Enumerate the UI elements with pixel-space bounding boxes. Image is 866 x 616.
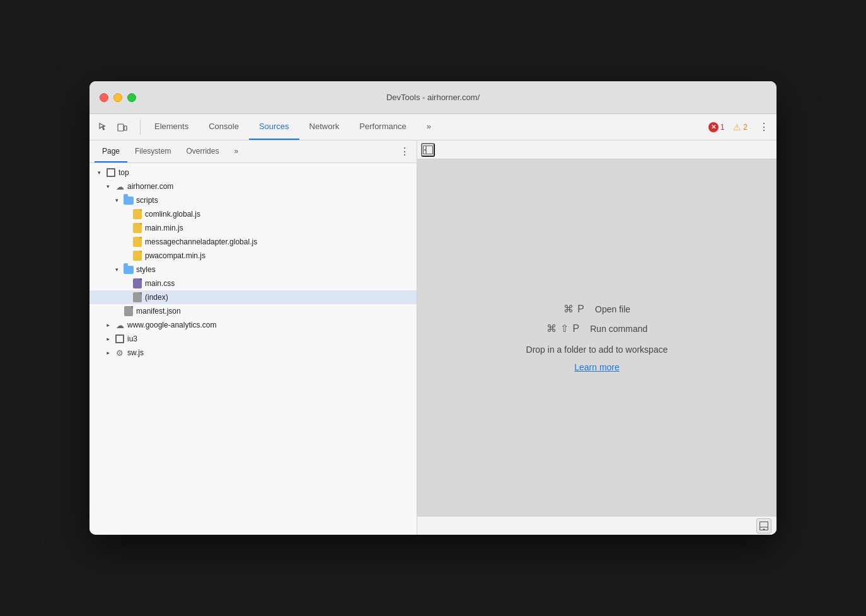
toolbar-menu-button[interactable]: ⋮ xyxy=(756,120,771,135)
js-file-icon xyxy=(132,251,142,261)
main-content-area: ⌘ P Open file ⌘ ⇧ P Run command Drop in … xyxy=(417,159,777,516)
tree-item-manifest[interactable]: ▾ manifest.json xyxy=(89,304,417,318)
arrow-icon: ▾ xyxy=(95,168,103,177)
svg-rect-0 xyxy=(118,124,124,131)
tree-item-index[interactable]: ▾ (index) xyxy=(89,290,417,304)
warning-badge[interactable]: ⚠ 2 xyxy=(733,122,748,132)
main-panel: ⌘ P Open file ⌘ ⇧ P Run command Drop in … xyxy=(417,140,777,535)
sidebar-tab-filesystem[interactable]: Filesystem xyxy=(127,140,178,163)
sidebar-tab-overrides[interactable]: Overrides xyxy=(178,140,226,163)
traffic-lights xyxy=(100,93,136,102)
tree-item-pwacompat[interactable]: ▾ pwacompat.min.js xyxy=(89,249,417,263)
tab-network[interactable]: Network xyxy=(299,114,350,140)
svg-rect-1 xyxy=(124,126,127,130)
minimize-button[interactable] xyxy=(113,93,122,102)
tree-item-iu3[interactable]: ▾ iu3 xyxy=(89,332,417,346)
open-file-shortcut: ⌘ P Open file xyxy=(563,303,630,315)
arrow-icon: ▾ xyxy=(112,196,121,205)
frame-icon xyxy=(106,168,116,178)
svg-marker-7 xyxy=(763,528,765,530)
tree-label: messagechanneladapter.global.js xyxy=(145,237,257,246)
tree-item-styles[interactable]: ▾ styles xyxy=(89,263,417,277)
sidebar: Page Filesystem Overrides » ⋮ ▾ xyxy=(89,140,417,535)
tree-label: iu3 xyxy=(127,334,137,343)
window-title: DevTools - airhorner.com/ xyxy=(386,93,480,102)
content-area: Page Filesystem Overrides » ⋮ ▾ xyxy=(89,140,777,535)
folder-icon xyxy=(124,265,134,275)
tree-label: top xyxy=(118,168,129,177)
arrow-icon: ▾ xyxy=(103,334,112,343)
toolbar-divider xyxy=(140,120,141,135)
devtools-window: DevTools - airhorner.com/ Elements C xyxy=(89,81,777,535)
sidebar-tab-more[interactable]: » xyxy=(226,140,246,163)
file-tree: ▾ top ▾ ☁ airhorner.com ▾ xyxy=(89,163,417,535)
drop-folder-text: Drop in a folder to add to workspace xyxy=(526,345,668,355)
run-command-label: Run command xyxy=(590,324,647,334)
tree-label: styles xyxy=(136,265,156,274)
open-file-keys: ⌘ P xyxy=(563,303,585,315)
gray-file-icon xyxy=(124,306,134,316)
tree-label: pwacompat.min.js xyxy=(145,251,205,260)
tab-performance[interactable]: Performance xyxy=(349,114,416,140)
bottom-bar xyxy=(417,516,777,535)
gear-icon: ⚙ xyxy=(115,348,125,358)
tree-label: airhorner.com xyxy=(127,182,173,191)
sidebar-tab-page[interactable]: Page xyxy=(95,140,127,163)
sidebar-menu-button[interactable]: ⋮ xyxy=(398,145,412,159)
maximize-button[interactable] xyxy=(127,93,136,102)
toolbar-tabs: Elements Console Sources Network Perform… xyxy=(144,114,708,140)
frame-icon xyxy=(115,334,125,344)
error-icon: ✕ xyxy=(708,122,719,132)
tree-label: main.css xyxy=(145,279,175,288)
svg-marker-4 xyxy=(424,149,425,151)
tree-label: comlink.global.js xyxy=(145,210,200,219)
cloud-icon: ☁ xyxy=(115,181,125,191)
drawer-toggle-button[interactable] xyxy=(756,518,771,533)
toolbar-icons xyxy=(95,118,131,136)
tree-item-airhorner[interactable]: ▾ ☁ airhorner.com xyxy=(89,180,417,193)
open-file-label: Open file xyxy=(595,304,630,314)
tree-label: manifest.json xyxy=(136,307,181,316)
cloud-icon: ☁ xyxy=(115,320,125,330)
device-toggle-icon[interactable] xyxy=(113,118,131,136)
arrow-icon: ▾ xyxy=(103,321,112,329)
tree-label: sw.js xyxy=(127,348,144,357)
warning-icon: ⚠ xyxy=(733,122,741,132)
tree-label: www.google-analytics.com xyxy=(127,321,216,329)
gray-file-icon xyxy=(132,292,142,302)
sidebar-toggle-button[interactable] xyxy=(421,143,435,157)
title-bar: DevTools - airhorner.com/ xyxy=(89,81,777,114)
tree-item-top[interactable]: ▾ top xyxy=(89,166,417,180)
error-badge[interactable]: ✕ 1 xyxy=(708,122,725,132)
tree-item-sw-js[interactable]: ▾ ⚙ sw.js xyxy=(89,346,417,360)
tree-item-messagechannel[interactable]: ▾ messagechanneladapter.global.js xyxy=(89,235,417,249)
arrow-icon: ▾ xyxy=(103,348,112,357)
tab-console[interactable]: Console xyxy=(199,114,249,140)
tree-label: main.min.js xyxy=(145,224,183,232)
tree-item-scripts[interactable]: ▾ scripts xyxy=(89,193,417,207)
run-command-shortcut: ⌘ ⇧ P Run command xyxy=(546,322,648,334)
tab-sources[interactable]: Sources xyxy=(249,114,299,140)
run-command-keys: ⌘ ⇧ P xyxy=(546,322,580,334)
css-file-icon xyxy=(132,278,142,288)
tree-item-main-css[interactable]: ▾ main.css xyxy=(89,277,417,290)
arrow-icon: ▾ xyxy=(103,182,112,191)
sidebar-tabs: Page Filesystem Overrides » ⋮ xyxy=(89,140,417,163)
tree-item-google-analytics[interactable]: ▾ ☁ www.google-analytics.com xyxy=(89,318,417,332)
js-file-icon xyxy=(132,209,142,219)
tab-more[interactable]: » xyxy=(417,114,441,140)
close-button[interactable] xyxy=(100,93,108,102)
toolbar-right: ✕ 1 ⚠ 2 ⋮ xyxy=(708,120,771,135)
main-toolbar: Elements Console Sources Network Perform… xyxy=(89,114,777,140)
folder-icon xyxy=(124,195,134,205)
learn-more-link[interactable]: Learn more xyxy=(574,362,620,372)
tab-elements[interactable]: Elements xyxy=(144,114,199,140)
js-file-icon xyxy=(132,237,142,247)
js-file-icon xyxy=(132,223,142,233)
tree-label: scripts xyxy=(136,196,158,205)
arrow-icon: ▾ xyxy=(112,265,121,274)
inspect-icon[interactable] xyxy=(95,118,112,136)
tree-item-main-min[interactable]: ▾ main.min.js xyxy=(89,221,417,235)
tree-label: (index) xyxy=(145,293,168,302)
tree-item-comlink[interactable]: ▾ comlink.global.js xyxy=(89,207,417,221)
